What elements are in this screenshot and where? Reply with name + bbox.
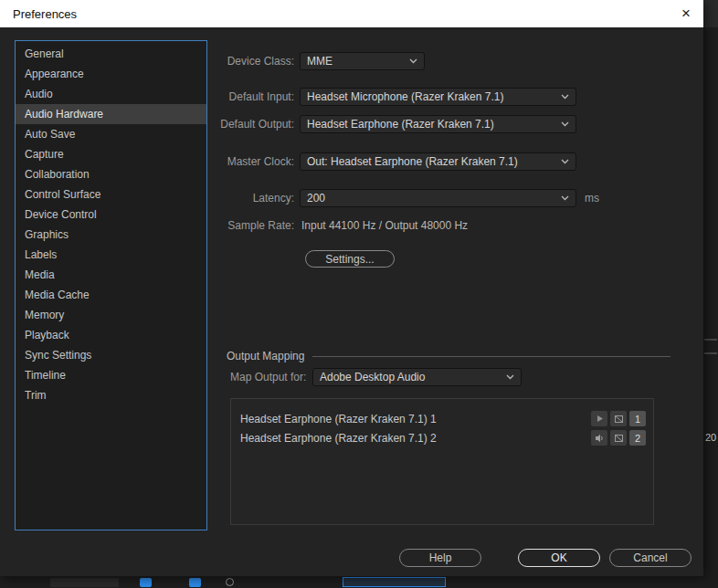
dialog-titlebar: Preferences × bbox=[0, 0, 703, 27]
sidebar-item-timeline[interactable]: Timeline bbox=[16, 365, 206, 385]
default-output-value: Headset Earphone (Razer Kraken 7.1) bbox=[307, 118, 555, 131]
ok-button[interactable]: OK bbox=[518, 549, 600, 567]
sample-rate-value: Input 44100 Hz / Output 48000 Hz bbox=[301, 216, 468, 235]
default-output-select[interactable]: Headset Earphone (Razer Kraken 7.1) bbox=[300, 115, 576, 133]
play-icon[interactable] bbox=[591, 411, 607, 426]
section-divider bbox=[312, 356, 670, 357]
cancel-button[interactable]: Cancel bbox=[609, 549, 692, 567]
sidebar-item-media[interactable]: Media bbox=[16, 265, 206, 285]
background-panel-fragment bbox=[50, 578, 119, 587]
device-class-select[interactable]: MME bbox=[300, 52, 425, 70]
preferences-category-list: General Appearance Audio Audio Hardware … bbox=[15, 40, 207, 530]
sidebar-item-labels[interactable]: Labels bbox=[16, 245, 206, 265]
sidebar-item-memory[interactable]: Memory bbox=[16, 305, 206, 325]
background-divider bbox=[704, 352, 717, 354]
map-output-for-label: Map Output for: bbox=[230, 368, 309, 386]
default-input-select[interactable]: Headset Microphone (Razer Kraken 7.1) bbox=[300, 88, 576, 106]
chevron-down-icon bbox=[561, 159, 569, 164]
chevron-down-icon bbox=[561, 94, 569, 100]
sidebar-item-auto-save[interactable]: Auto Save bbox=[16, 124, 206, 144]
sidebar-item-device-control[interactable]: Device Control bbox=[16, 205, 206, 225]
sidebar-item-media-cache[interactable]: Media Cache bbox=[16, 285, 206, 305]
settings-button[interactable]: Settings... bbox=[305, 250, 395, 268]
background-titlebar-fragment bbox=[703, 0, 718, 27]
preferences-dialog: Preferences × General Appearance Audio A… bbox=[0, 0, 703, 576]
channel-map-icon[interactable] bbox=[610, 430, 627, 446]
master-clock-label: Master Clock: bbox=[210, 152, 294, 171]
default-input-label: Default Input: bbox=[210, 88, 294, 106]
output-mapping-section-title: Output Mapping bbox=[227, 350, 304, 362]
sidebar-item-graphics[interactable]: Graphics bbox=[16, 225, 206, 245]
background-text-fragment: 20 bbox=[705, 432, 716, 443]
map-output-for-value: Adobe Desktop Audio bbox=[320, 371, 501, 383]
sample-rate-label: Sample Rate: bbox=[210, 216, 294, 235]
sidebar-item-audio[interactable]: Audio bbox=[16, 84, 206, 104]
output-mapping-row: Headset Earphone (Razer Kraken 7.1) 2 2 bbox=[240, 428, 646, 447]
sidebar-item-sync-settings[interactable]: Sync Settings bbox=[16, 345, 206, 365]
row-icon-group: 2 bbox=[591, 430, 646, 446]
dialog-title: Preferences bbox=[13, 7, 77, 21]
sidebar-item-playback[interactable]: Playback bbox=[16, 325, 206, 345]
screen: 20 Preferences × General Appearance Audi… bbox=[0, 0, 718, 588]
chevron-down-icon bbox=[561, 195, 569, 201]
background-app-right: 20 bbox=[703, 0, 718, 588]
row-icon-group: 1 bbox=[591, 411, 646, 426]
sidebar-item-control-surface[interactable]: Control Surface bbox=[16, 184, 206, 205]
sidebar-item-audio-hardware[interactable]: Audio Hardware bbox=[16, 104, 206, 124]
background-divider bbox=[704, 339, 717, 341]
output-channel-label: Headset Earphone (Razer Kraken 7.1) 2 bbox=[240, 432, 437, 445]
latency-unit-label: ms bbox=[585, 189, 599, 207]
sidebar-item-capture[interactable]: Capture bbox=[16, 144, 206, 164]
speaker-icon[interactable] bbox=[591, 430, 607, 446]
sidebar-item-appearance[interactable]: Appearance bbox=[16, 64, 206, 84]
master-clock-select[interactable]: Out: Headset Earphone (Razer Kraken 7.1) bbox=[300, 152, 576, 171]
master-clock-value: Out: Headset Earphone (Razer Kraken 7.1) bbox=[307, 155, 555, 168]
chevron-down-icon bbox=[409, 58, 417, 64]
close-icon[interactable]: × bbox=[674, 0, 698, 27]
background-tool-icon bbox=[189, 578, 201, 587]
chevron-down-icon bbox=[506, 374, 514, 380]
sidebar-item-collaboration[interactable]: Collaboration bbox=[16, 164, 206, 184]
channel-number-badge[interactable]: 1 bbox=[629, 411, 646, 426]
output-mapping-row: Headset Earphone (Razer Kraken 7.1) 1 1 bbox=[240, 409, 646, 428]
channel-map-icon[interactable] bbox=[610, 411, 627, 426]
latency-select[interactable]: 200 bbox=[300, 189, 576, 207]
latency-label: Latency: bbox=[210, 189, 294, 207]
channel-number-badge[interactable]: 2 bbox=[629, 430, 646, 446]
chevron-down-icon bbox=[561, 121, 569, 127]
output-channel-label: Headset Earphone (Razer Kraken 7.1) 1 bbox=[240, 413, 437, 425]
output-mapping-panel: Headset Earphone (Razer Kraken 7.1) 1 1 … bbox=[230, 398, 654, 525]
background-app-bottom bbox=[0, 576, 703, 588]
sidebar-item-trim[interactable]: Trim bbox=[16, 385, 206, 405]
latency-value: 200 bbox=[307, 192, 555, 205]
background-selected-clip bbox=[343, 577, 446, 587]
device-class-value: MME bbox=[307, 55, 404, 68]
map-output-for-select[interactable]: Adobe Desktop Audio bbox=[312, 368, 522, 386]
help-button[interactable]: Help bbox=[399, 549, 481, 567]
background-record-icon bbox=[226, 578, 234, 586]
sidebar-item-general[interactable]: General bbox=[16, 44, 206, 64]
default-input-value: Headset Microphone (Razer Kraken 7.1) bbox=[307, 90, 555, 103]
background-tool-icon bbox=[140, 578, 152, 587]
default-output-label: Default Output: bbox=[210, 115, 294, 133]
device-class-label: Device Class: bbox=[210, 52, 294, 70]
